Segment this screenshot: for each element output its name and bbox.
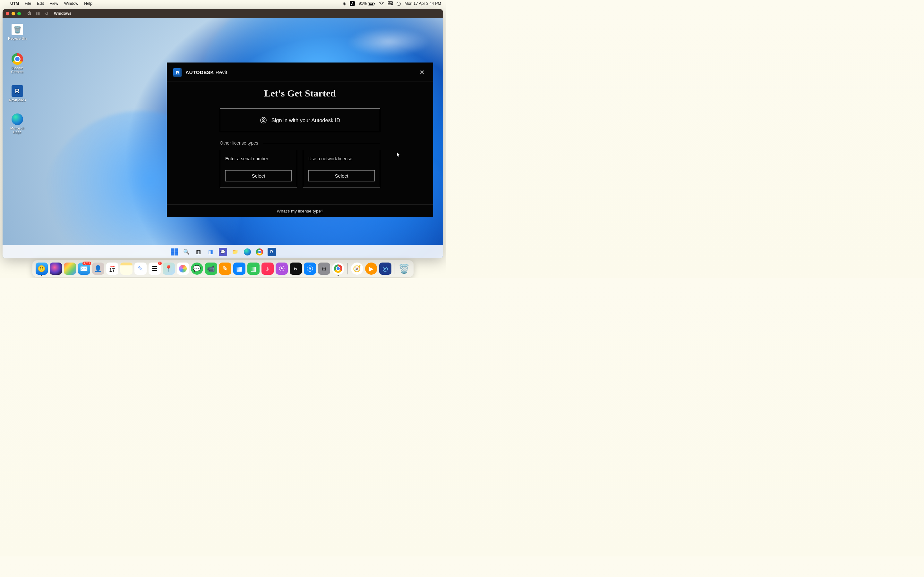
dock-finder-icon[interactable]: 🙂 [36, 263, 48, 275]
dock-facetime-icon[interactable]: 📹 [205, 263, 217, 275]
chrome-icon [11, 53, 23, 65]
desktop-icon-revit[interactable]: R Revit 2023 [6, 85, 29, 102]
utm-window-title: Windows [54, 11, 71, 16]
dock-iina-icon[interactable]: ▶ [365, 263, 377, 275]
desktop-icon-edge[interactable]: Microsoft Edge [6, 113, 29, 134]
dock-safari-icon[interactable]: 🧭 [351, 263, 363, 275]
menu-file[interactable]: File [25, 1, 31, 6]
menubar-app-name[interactable]: UTM [10, 1, 19, 6]
dock-tv-icon[interactable]: tv [290, 263, 302, 275]
brand-bold: AUTODESK [186, 69, 214, 75]
window-traffic-lights [6, 12, 21, 15]
vm-power-icon[interactable]: ⏻ [27, 11, 31, 16]
taskbar-chat-icon[interactable]: 💬 [219, 248, 227, 256]
revit-icon: R [11, 85, 23, 97]
brand-light: Revit [214, 69, 227, 75]
menu-edit[interactable]: Edit [37, 1, 44, 6]
screenrec-icon[interactable]: ◉ [342, 1, 346, 6]
window-close-button[interactable] [6, 12, 9, 15]
dock-trash-icon[interactable]: 🗑️ [398, 263, 410, 275]
dock-music-icon[interactable]: ♪ [262, 263, 274, 275]
svg-rect-3 [388, 2, 393, 3]
window-minimize-button[interactable] [11, 12, 15, 15]
card-title: Use a network license [309, 156, 375, 161]
task-view-icon[interactable]: ▥ [194, 248, 203, 256]
dock-reminders-icon[interactable]: ☰2 [149, 263, 161, 275]
siri-menubar-icon[interactable]: ◯ [397, 1, 401, 6]
dock-separator [347, 263, 348, 274]
dialog-close-button[interactable]: ✕ [419, 69, 425, 76]
serial-select-button[interactable]: Select [225, 170, 292, 181]
dock-numbers-icon[interactable]: ▥ [247, 263, 260, 275]
dock-podcasts-icon[interactable]: ⦿ [276, 263, 288, 275]
taskbar-explorer-icon[interactable]: 📁 [231, 248, 239, 256]
revit-logo-icon: R [173, 68, 182, 77]
widgets-icon[interactable]: ◨ [207, 248, 215, 256]
desktop-icon-label: Recycle Bin [6, 37, 29, 40]
mac-menubar: UTM File Edit View Window Help ◉ A 91% ◯… [0, 0, 446, 7]
windows-taskbar: 🔍 ▥ ◨ 💬 📁 R [3, 245, 443, 258]
battery-percent: 91% [359, 1, 367, 6]
dock-appstore-icon[interactable]: Ⓐ [304, 263, 316, 275]
revit-license-dialog: R AUTODESK Revit ✕ Let's Get Started Sig… [167, 63, 433, 218]
start-button[interactable] [170, 248, 178, 256]
dock-maps-icon[interactable]: 📍 [163, 263, 175, 275]
dock-contacts-icon[interactable]: 👤 [92, 263, 104, 275]
menu-view[interactable]: View [50, 1, 58, 6]
taskbar-revit-icon[interactable]: R [268, 248, 276, 256]
dock-calendar-icon[interactable]: APR17 [106, 263, 118, 275]
svg-point-8 [262, 119, 264, 121]
menu-window[interactable]: Window [64, 1, 78, 6]
signin-autodesk-button[interactable]: Sign in with your Autodesk ID [220, 108, 380, 132]
window-zoom-button[interactable] [17, 12, 21, 15]
network-select-button[interactable]: Select [309, 170, 375, 181]
other-license-divider: Other license types [220, 140, 380, 145]
dock-messages-icon[interactable]: 💬 [191, 263, 203, 275]
card-title: Enter a serial number [225, 156, 292, 161]
menubar-datetime[interactable]: Mon 17 Apr 3:44 PM [405, 1, 441, 6]
signin-label: Sign in with your Autodesk ID [271, 117, 341, 123]
recycle-bin-icon: 🗑️ [11, 24, 23, 35]
edge-icon [11, 113, 23, 125]
dock-freeform-icon[interactable]: ✎ [134, 263, 147, 275]
control-center-icon[interactable] [388, 1, 393, 6]
menu-help[interactable]: Help [84, 1, 92, 6]
taskbar-search-icon[interactable]: 🔍 [182, 248, 191, 256]
vm-pause-icon[interactable]: ▮▮ [36, 11, 40, 16]
svg-point-4 [389, 2, 390, 3]
other-license-label: Other license types [220, 140, 258, 145]
license-type-help-link[interactable]: What's my license type? [276, 209, 323, 213]
desktop-icon-label: Microsoft Edge [6, 126, 29, 134]
dock-notes-icon[interactable] [120, 263, 132, 275]
wifi-icon[interactable] [379, 1, 384, 6]
vm-back-icon[interactable]: ◁ [45, 11, 47, 16]
dock-chrome-icon[interactable] [332, 263, 344, 275]
revit-brand: R AUTODESK Revit [173, 68, 228, 77]
dock-settings-icon[interactable]: ⚙︎ [318, 263, 330, 275]
dock-photos-icon[interactable] [177, 263, 189, 275]
windows-desktop[interactable]: 🗑️ Recycle Bin Google Chrome R Revit 202… [3, 18, 443, 258]
dock-mail-icon[interactable]: ✉️6,512 [78, 263, 90, 275]
wallpaper-bloom [347, 27, 430, 56]
dock-keynote-icon[interactable]: ▦ [233, 263, 246, 275]
dock-launchpad-icon[interactable] [64, 263, 76, 275]
svg-rect-5 [388, 3, 393, 5]
dock-pages-icon[interactable]: ✎ [219, 263, 231, 275]
cal-day: 17 [110, 268, 115, 272]
desktop-icon-chrome[interactable]: Google Chrome [6, 53, 29, 74]
serial-number-card: Enter a serial number Select [220, 150, 297, 187]
desktop-icon-label: Revit 2023 [6, 98, 29, 102]
desktop-icon-recycle-bin[interactable]: 🗑️ Recycle Bin [6, 24, 29, 40]
taskbar-chrome-icon[interactable] [255, 248, 264, 256]
utm-titlebar[interactable]: ⏻ ▮▮ ◁ Windows [3, 9, 443, 18]
utm-window: ⏻ ▮▮ ◁ Windows 🗑️ Recycle Bin Google Chr… [3, 9, 443, 258]
battery-status[interactable]: 91% [359, 1, 375, 6]
dock-screensaver-icon[interactable]: ◎ [379, 263, 391, 275]
svg-point-6 [391, 3, 392, 5]
input-source-icon[interactable]: A [350, 1, 355, 6]
dock-siri-icon[interactable] [50, 263, 62, 275]
reminders-badge: 2 [158, 261, 162, 265]
mac-dock: 🙂 ✉️6,512 👤 APR17 ✎ ☰2 📍 💬 📹 ✎ ▦ ▥ ♪ ⦿ t… [32, 260, 414, 277]
taskbar-edge-icon[interactable] [243, 248, 252, 256]
mail-badge: 6,512 [82, 261, 91, 265]
